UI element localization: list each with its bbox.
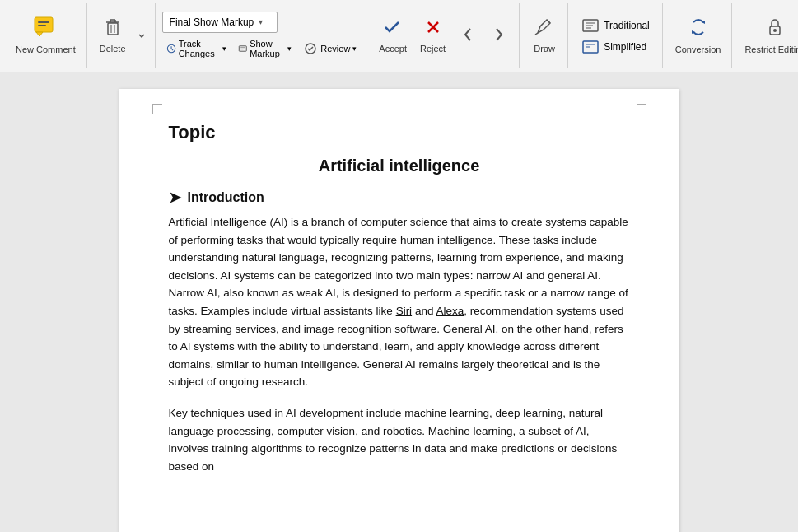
review-button[interactable]: Review ▾ bbox=[299, 39, 361, 58]
markup-dropdown-arrow: ▾ bbox=[259, 17, 263, 26]
svg-line-13 bbox=[171, 49, 173, 50]
show-markup-label: Show Markup bbox=[250, 39, 285, 58]
paragraph-2: Key techniques used in AI development in… bbox=[169, 404, 630, 475]
new-comment-group: New Comment bbox=[5, 3, 87, 68]
draw-group: Draw bbox=[521, 3, 568, 68]
delete-label: Delete bbox=[100, 44, 126, 54]
ribbon-toolbar: New Comment Delete bbox=[0, 0, 798, 72]
conversion-label: Conversion bbox=[675, 44, 721, 55]
restrict-editing-button[interactable]: Restrict Editing bbox=[739, 12, 798, 59]
delete-button[interactable]: Delete bbox=[94, 12, 132, 58]
svg-line-20 bbox=[547, 20, 550, 23]
heading-text: Introduction bbox=[188, 190, 264, 205]
reject-label: Reject bbox=[420, 44, 446, 54]
corner-mark-tr bbox=[637, 104, 646, 114]
new-comment-label: New Comment bbox=[16, 44, 76, 55]
svg-marker-1 bbox=[36, 32, 43, 36]
new-comment-button[interactable]: New Comment bbox=[10, 12, 82, 59]
traditional-simplified-group: Traditional Simplified bbox=[570, 3, 663, 68]
markup-dropdown[interactable]: Final Show Markup ▾ bbox=[162, 12, 278, 33]
svg-rect-4 bbox=[108, 23, 118, 35]
delete-group: Delete bbox=[89, 3, 156, 68]
accept-icon bbox=[382, 16, 404, 41]
next-icon bbox=[490, 26, 508, 47]
prev-button[interactable] bbox=[453, 21, 483, 51]
restrict-editing-label: Restrict Editing bbox=[744, 44, 798, 55]
accept-reject-group: Accept Reject bbox=[368, 3, 520, 68]
draw-icon bbox=[534, 16, 555, 41]
prev-icon bbox=[459, 26, 477, 47]
document-topic: Topic bbox=[169, 122, 630, 143]
accept-label: Accept bbox=[379, 44, 407, 54]
corner-mark-tl bbox=[152, 104, 162, 114]
simplified-label: Simplified bbox=[604, 41, 646, 53]
document-page: Topic Artificial intelligence ➤ Introduc… bbox=[119, 89, 679, 532]
new-comment-icon bbox=[33, 16, 58, 42]
next-button[interactable] bbox=[484, 21, 514, 51]
review-label: Review bbox=[320, 44, 350, 54]
simplified-icon bbox=[582, 40, 599, 54]
delete-more-button[interactable] bbox=[133, 23, 150, 49]
document-heading: ➤ Introduction bbox=[169, 189, 630, 207]
accept-button[interactable]: Accept bbox=[373, 12, 413, 58]
reject-button[interactable]: Reject bbox=[414, 12, 451, 58]
restrict-editing-icon bbox=[763, 16, 786, 42]
svg-line-21 bbox=[535, 33, 538, 35]
trad-simp-container: Traditional Simplified bbox=[575, 15, 657, 58]
draw-button[interactable]: Draw bbox=[526, 12, 562, 58]
heading-arrow: ➤ bbox=[169, 189, 181, 207]
paragraph-1: Artificial Intelligence (AI) is a branch… bbox=[169, 213, 630, 391]
siri-link: Siri bbox=[396, 305, 413, 317]
markup-dropdown-value: Final Show Markup bbox=[170, 16, 254, 28]
conversion-icon bbox=[687, 16, 710, 42]
svg-rect-3 bbox=[38, 25, 46, 26]
traditional-button[interactable]: Traditional bbox=[575, 15, 657, 36]
svg-rect-2 bbox=[38, 21, 49, 23]
traditional-icon bbox=[582, 19, 599, 32]
draw-label: Draw bbox=[534, 44, 555, 54]
simplified-button[interactable]: Simplified bbox=[575, 36, 657, 58]
reject-icon bbox=[422, 16, 444, 41]
traditional-label: Traditional bbox=[604, 20, 650, 31]
show-markup-button[interactable]: Show Markup ▾ bbox=[234, 36, 296, 61]
conversion-group: Conversion bbox=[665, 3, 733, 68]
svg-rect-14 bbox=[239, 45, 246, 50]
track-changes-group: Final Show Markup ▾ Track Changes ▾ bbox=[157, 3, 367, 68]
conversion-button[interactable]: Conversion bbox=[670, 12, 727, 59]
document-title: Artificial intelligence bbox=[169, 156, 630, 175]
delete-icon bbox=[102, 16, 124, 41]
svg-rect-26 bbox=[583, 41, 598, 53]
svg-point-32 bbox=[773, 29, 777, 32]
alexa-link: Alexa bbox=[436, 305, 464, 317]
track-changes-label: Track Changes bbox=[179, 39, 220, 58]
document-container: Topic Artificial intelligence ➤ Introduc… bbox=[0, 72, 798, 532]
restrict-editing-group: Restrict Editing bbox=[734, 3, 798, 68]
track-changes-button[interactable]: Track Changes ▾ bbox=[162, 36, 231, 61]
